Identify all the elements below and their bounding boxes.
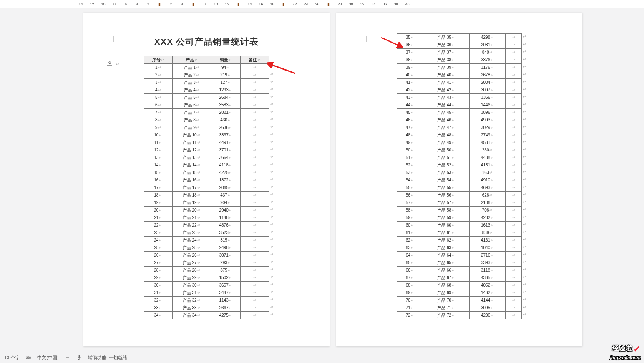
table-cell[interactable]: 19↵: [144, 199, 173, 207]
table-row[interactable]: 14↵产品 14↵4118↵↵↵: [144, 161, 269, 169]
table-row[interactable]: 19↵产品 19↵904↵↵↵: [144, 199, 269, 207]
table-cell[interactable]: 产品 7↵: [172, 109, 211, 116]
table-cell[interactable]: 产品 18↵: [172, 192, 211, 199]
table-cell[interactable]: 2636↵: [211, 124, 241, 131]
table-header[interactable]: 销量↵: [211, 56, 241, 64]
table-cell[interactable]: 38↵: [397, 56, 423, 64]
table-row[interactable]: 26↵产品 26↵3071↵↵↵: [144, 252, 269, 259]
table-row[interactable]: 9↵产品 9↵2636↵↵↵: [144, 124, 269, 131]
table-cell[interactable]: 70↵: [397, 297, 423, 304]
table-cell[interactable]: 68↵: [397, 282, 423, 289]
table-cell[interactable]: 产品 56↵: [423, 192, 469, 199]
table-cell[interactable]: ↵↵: [241, 252, 269, 259]
table-cell[interactable]: 46↵: [397, 116, 423, 124]
table-row[interactable]: 70↵产品 70↵4144↵↵↵: [397, 297, 522, 304]
table-cell[interactable]: ↵↵: [506, 56, 522, 64]
table-cell[interactable]: 2678↵: [469, 71, 505, 79]
table-cell[interactable]: 13↵: [144, 154, 173, 161]
table-row[interactable]: 67↵产品 67↵4365↵↵↵: [397, 274, 522, 282]
table-cell[interactable]: ↵↵: [241, 267, 269, 274]
table-cell[interactable]: 产品 40↵: [423, 71, 469, 79]
table-cell[interactable]: 产品 26↵: [172, 252, 211, 259]
table-cell[interactable]: 30↵: [144, 282, 173, 289]
table-cell[interactable]: 产品 66↵: [423, 267, 469, 274]
table-row[interactable]: 69↵产品 69↵1462↵↵↵: [397, 289, 522, 297]
table-row[interactable]: 52↵产品 52↵4151↵↵↵: [397, 161, 522, 169]
table-cell[interactable]: ↵↵: [241, 101, 269, 109]
accessibility-icon[interactable]: [76, 355, 82, 360]
table-cell[interactable]: ↵↵: [241, 176, 269, 184]
table-cell[interactable]: ↵↵: [241, 282, 269, 289]
table-cell[interactable]: ↵↵: [241, 274, 269, 282]
table-row[interactable]: 25↵产品 25↵2498↵↵↵: [144, 244, 269, 252]
table-cell[interactable]: 产品 32↵: [172, 297, 211, 304]
table-cell[interactable]: 3118↵: [469, 267, 505, 274]
table-cell[interactable]: 产品 47↵: [423, 124, 469, 131]
table-cell[interactable]: 61↵: [397, 229, 423, 237]
table-cell[interactable]: 54↵: [397, 176, 423, 184]
table-cell[interactable]: ↵↵: [506, 139, 522, 146]
table-cell[interactable]: ↵↵: [506, 94, 522, 101]
table-cell[interactable]: 产品 19↵: [172, 199, 211, 207]
table-cell[interactable]: 产品 33↵: [172, 304, 211, 312]
table-cell[interactable]: ↵↵: [506, 252, 522, 259]
table-row[interactable]: 22↵产品 22↵4876↵↵↵: [144, 222, 269, 229]
table-cell[interactable]: 32↵: [144, 297, 173, 304]
table-cell[interactable]: 840↵: [469, 49, 505, 56]
table-cell[interactable]: 产品 34↵: [172, 312, 211, 319]
table-cell[interactable]: ↵↵: [506, 199, 522, 207]
table-cell[interactable]: 67↵: [397, 274, 423, 282]
table-row[interactable]: 71↵产品 71↵3095↵↵↵: [397, 304, 522, 312]
table-cell[interactable]: 产品 28↵: [172, 267, 211, 274]
table-cell[interactable]: 产品 36↵: [423, 41, 469, 49]
table-cell[interactable]: ↵↵: [506, 192, 522, 199]
table-cell[interactable]: 3176↵: [469, 64, 505, 71]
table-row[interactable]: 3↵产品 3↵127↵↵↵: [144, 79, 269, 86]
table-row[interactable]: 68↵产品 68↵4052↵↵↵: [397, 282, 522, 289]
table-cell[interactable]: 34↵: [144, 312, 173, 319]
accessibility-status[interactable]: 辅助功能: 一切就绪: [88, 355, 127, 361]
table-row[interactable]: 37↵产品 37↵840↵↵↵: [397, 49, 522, 56]
table-cell[interactable]: 33↵: [144, 304, 173, 312]
table-cell[interactable]: ↵↵: [241, 192, 269, 199]
table-row[interactable]: 27↵产品 27↵293↵↵↵: [144, 259, 269, 267]
table-cell[interactable]: ↵↵: [506, 289, 522, 297]
table-cell[interactable]: ↵↵: [241, 94, 269, 101]
table-cell[interactable]: 57↵: [397, 199, 423, 207]
table-cell[interactable]: 产品 29↵: [172, 274, 211, 282]
document-workspace[interactable]: XXX 公司产品销量统计表 ✥ ↵ 序号↵产品↵销量↵备注↵ 1↵产品 1↵94…: [0, 8, 644, 346]
table-cell[interactable]: 产品 15↵: [172, 169, 211, 176]
table-row[interactable]: 21↵产品 21↵1148↵↵↵: [144, 214, 269, 222]
table-cell[interactable]: 3664↵: [211, 154, 241, 161]
table-cell[interactable]: ↵↵: [241, 154, 269, 161]
table-cell[interactable]: 产品 53↵: [423, 169, 469, 176]
table-cell[interactable]: 58↵: [397, 207, 423, 214]
table-cell[interactable]: 产品 69↵: [423, 289, 469, 297]
table-cell[interactable]: 64↵: [397, 252, 423, 259]
table-cell[interactable]: 产品 67↵: [423, 274, 469, 282]
table-cell[interactable]: 2821↵: [211, 109, 241, 116]
table-cell[interactable]: 4161↵: [469, 237, 505, 244]
table-cell[interactable]: 产品 38↵: [423, 56, 469, 64]
table-cell[interactable]: 1462↵: [469, 289, 505, 297]
table-cell[interactable]: 产品 4↵: [172, 86, 211, 94]
table-cell[interactable]: 2684↵: [211, 94, 241, 101]
table-cell[interactable]: ↵↵: [506, 282, 522, 289]
table-cell[interactable]: 230↵: [469, 146, 505, 154]
table-cell[interactable]: 产品 37↵: [423, 49, 469, 56]
table-cell[interactable]: ↵↵: [506, 34, 522, 41]
table-cell[interactable]: 4298↵: [469, 34, 505, 41]
table-cell[interactable]: 4144↵: [469, 297, 505, 304]
table-cell[interactable]: 16↵: [144, 176, 173, 184]
table-row[interactable]: 72↵产品 72↵4206↵↵↵: [397, 312, 522, 319]
table-row[interactable]: 46↵产品 46↵4993↵↵↵: [397, 116, 522, 124]
table-cell[interactable]: 41↵: [397, 79, 423, 86]
table-cell[interactable]: 产品 23↵: [172, 229, 211, 237]
table-row[interactable]: 32↵产品 32↵1143↵↵↵: [144, 297, 269, 304]
table-row[interactable]: 4↵产品 4↵1293↵↵↵: [144, 86, 269, 94]
table-cell[interactable]: 40↵: [397, 71, 423, 79]
table-cell[interactable]: ↵↵: [506, 169, 522, 176]
table-cell[interactable]: 904↵: [211, 199, 241, 207]
table-cell[interactable]: 62↵: [397, 237, 423, 244]
table-cell[interactable]: ↵↵: [241, 184, 269, 192]
